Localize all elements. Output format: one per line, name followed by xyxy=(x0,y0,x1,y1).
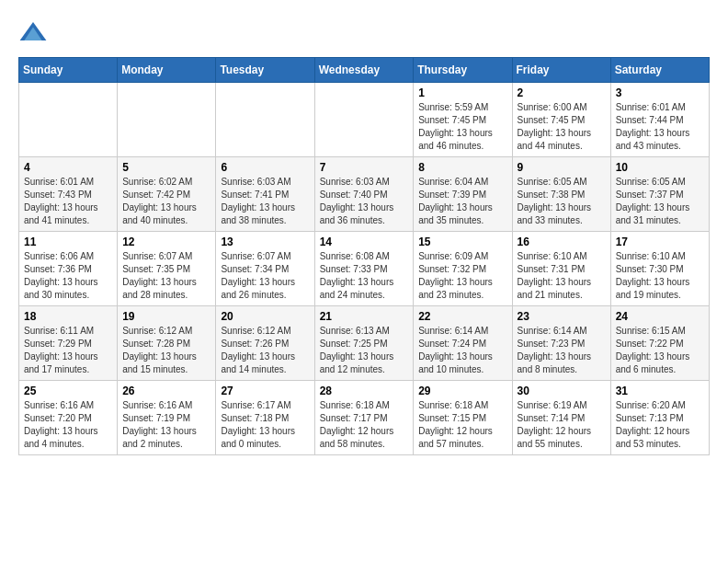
calendar-cell: 22Sunrise: 6:14 AMSunset: 7:24 PMDayligh… xyxy=(414,306,512,381)
calendar-cell: 29Sunrise: 6:18 AMSunset: 7:15 PMDayligh… xyxy=(414,381,512,455)
day-number: 17 xyxy=(616,236,704,248)
calendar-cell xyxy=(118,83,216,157)
day-info: Sunrise: 6:00 AMSunset: 7:45 PMDaylight:… xyxy=(518,102,592,151)
calendar-cell xyxy=(314,83,414,157)
calendar-week-row: 18Sunrise: 6:11 AMSunset: 7:29 PMDayligh… xyxy=(19,306,710,381)
day-info: Sunrise: 6:08 AMSunset: 7:33 PMDaylight:… xyxy=(320,251,394,300)
calendar-week-row: 25Sunrise: 6:16 AMSunset: 7:20 PMDayligh… xyxy=(19,381,710,455)
day-number: 23 xyxy=(518,310,606,323)
calendar-cell: 2Sunrise: 6:00 AMSunset: 7:45 PMDaylight… xyxy=(512,83,610,157)
day-info: Sunrise: 6:12 AMSunset: 7:28 PMDaylight:… xyxy=(122,326,197,374)
calendar-table: SundayMondayTuesdayWednesdayThursdayFrid… xyxy=(18,57,710,455)
calendar-cell: 16Sunrise: 6:10 AMSunset: 7:31 PMDayligh… xyxy=(512,232,610,306)
calendar-cell: 1Sunrise: 5:59 AMSunset: 7:45 PMDaylight… xyxy=(414,83,512,157)
day-info: Sunrise: 6:01 AMSunset: 7:43 PMDaylight:… xyxy=(24,177,98,225)
day-number: 25 xyxy=(24,385,112,397)
calendar-week-row: 1Sunrise: 5:59 AMSunset: 7:45 PMDaylight… xyxy=(19,83,710,157)
calendar-cell: 20Sunrise: 6:12 AMSunset: 7:26 PMDayligh… xyxy=(216,306,314,381)
calendar-cell: 17Sunrise: 6:10 AMSunset: 7:30 PMDayligh… xyxy=(610,232,709,306)
day-info: Sunrise: 6:16 AMSunset: 7:20 PMDaylight:… xyxy=(24,400,98,449)
day-info: Sunrise: 6:14 AMSunset: 7:23 PMDaylight:… xyxy=(518,326,592,374)
logo-icon xyxy=(18,18,48,48)
calendar-cell: 14Sunrise: 6:08 AMSunset: 7:33 PMDayligh… xyxy=(314,232,414,306)
day-info: Sunrise: 6:13 AMSunset: 7:25 PMDaylight:… xyxy=(320,326,394,374)
calendar-cell: 4Sunrise: 6:01 AMSunset: 7:43 PMDaylight… xyxy=(19,157,118,232)
day-info: Sunrise: 6:05 AMSunset: 7:38 PMDaylight:… xyxy=(518,177,592,225)
calendar-cell: 18Sunrise: 6:11 AMSunset: 7:29 PMDayligh… xyxy=(19,306,118,381)
calendar-cell: 6Sunrise: 6:03 AMSunset: 7:41 PMDaylight… xyxy=(216,157,314,232)
day-number: 15 xyxy=(418,236,506,248)
day-number: 28 xyxy=(320,385,409,397)
day-number: 24 xyxy=(616,310,704,323)
day-number: 10 xyxy=(616,161,704,174)
day-number: 1 xyxy=(418,86,506,99)
day-info: Sunrise: 6:09 AMSunset: 7:32 PMDaylight:… xyxy=(418,251,493,300)
day-number: 6 xyxy=(221,161,309,174)
day-number: 30 xyxy=(518,385,606,397)
day-header-saturday: Saturday xyxy=(610,58,709,83)
day-number: 18 xyxy=(24,310,112,323)
day-info: Sunrise: 6:17 AMSunset: 7:18 PMDaylight:… xyxy=(221,400,295,449)
day-header-tuesday: Tuesday xyxy=(216,58,314,83)
calendar-cell xyxy=(216,83,314,157)
day-header-friday: Friday xyxy=(512,58,610,83)
day-number: 5 xyxy=(122,161,210,174)
day-number: 9 xyxy=(518,161,606,174)
day-header-monday: Monday xyxy=(118,58,216,83)
day-number: 31 xyxy=(616,385,704,397)
day-number: 19 xyxy=(122,310,210,323)
calendar-cell: 3Sunrise: 6:01 AMSunset: 7:44 PMDaylight… xyxy=(610,83,709,157)
day-info: Sunrise: 6:16 AMSunset: 7:19 PMDaylight:… xyxy=(122,400,197,449)
day-number: 29 xyxy=(418,385,506,397)
day-number: 21 xyxy=(320,310,409,323)
calendar-cell: 28Sunrise: 6:18 AMSunset: 7:17 PMDayligh… xyxy=(314,381,414,455)
day-info: Sunrise: 6:18 AMSunset: 7:17 PMDaylight:… xyxy=(320,400,394,449)
day-info: Sunrise: 6:07 AMSunset: 7:35 PMDaylight:… xyxy=(122,251,197,300)
calendar-cell: 23Sunrise: 6:14 AMSunset: 7:23 PMDayligh… xyxy=(512,306,610,381)
calendar-cell: 25Sunrise: 6:16 AMSunset: 7:20 PMDayligh… xyxy=(19,381,118,455)
day-info: Sunrise: 6:03 AMSunset: 7:41 PMDaylight:… xyxy=(221,177,295,225)
day-header-wednesday: Wednesday xyxy=(314,58,414,83)
calendar-cell: 11Sunrise: 6:06 AMSunset: 7:36 PMDayligh… xyxy=(19,232,118,306)
calendar-week-row: 11Sunrise: 6:06 AMSunset: 7:36 PMDayligh… xyxy=(19,232,710,306)
day-number: 8 xyxy=(418,161,506,174)
day-info: Sunrise: 6:14 AMSunset: 7:24 PMDaylight:… xyxy=(418,326,493,374)
calendar-cell: 8Sunrise: 6:04 AMSunset: 7:39 PMDaylight… xyxy=(414,157,512,232)
page-header xyxy=(18,18,710,48)
day-number: 27 xyxy=(221,385,309,397)
day-info: Sunrise: 6:12 AMSunset: 7:26 PMDaylight:… xyxy=(221,326,295,374)
day-header-thursday: Thursday xyxy=(414,58,512,83)
day-number: 11 xyxy=(24,236,112,248)
calendar-cell: 31Sunrise: 6:20 AMSunset: 7:13 PMDayligh… xyxy=(610,381,709,455)
calendar-cell: 13Sunrise: 6:07 AMSunset: 7:34 PMDayligh… xyxy=(216,232,314,306)
calendar-cell: 19Sunrise: 6:12 AMSunset: 7:28 PMDayligh… xyxy=(118,306,216,381)
day-number: 3 xyxy=(616,86,704,99)
day-info: Sunrise: 6:04 AMSunset: 7:39 PMDaylight:… xyxy=(418,177,493,225)
day-number: 12 xyxy=(122,236,210,248)
day-info: Sunrise: 6:11 AMSunset: 7:29 PMDaylight:… xyxy=(24,326,98,374)
day-info: Sunrise: 6:02 AMSunset: 7:42 PMDaylight:… xyxy=(122,177,197,225)
day-number: 13 xyxy=(221,236,309,248)
calendar-cell: 24Sunrise: 6:15 AMSunset: 7:22 PMDayligh… xyxy=(610,306,709,381)
day-number: 7 xyxy=(320,161,409,174)
day-info: Sunrise: 6:01 AMSunset: 7:44 PMDaylight:… xyxy=(616,102,690,151)
calendar-week-row: 4Sunrise: 6:01 AMSunset: 7:43 PMDaylight… xyxy=(19,157,710,232)
day-number: 2 xyxy=(518,86,606,99)
calendar-cell: 26Sunrise: 6:16 AMSunset: 7:19 PMDayligh… xyxy=(118,381,216,455)
day-info: Sunrise: 6:10 AMSunset: 7:31 PMDaylight:… xyxy=(518,251,592,300)
day-number: 20 xyxy=(221,310,309,323)
day-info: Sunrise: 6:06 AMSunset: 7:36 PMDaylight:… xyxy=(24,251,98,300)
day-info: Sunrise: 6:03 AMSunset: 7:40 PMDaylight:… xyxy=(320,177,394,225)
calendar-cell: 10Sunrise: 6:05 AMSunset: 7:37 PMDayligh… xyxy=(610,157,709,232)
day-number: 14 xyxy=(320,236,409,248)
day-number: 22 xyxy=(418,310,506,323)
day-info: Sunrise: 6:19 AMSunset: 7:14 PMDaylight:… xyxy=(518,400,592,449)
day-info: Sunrise: 6:07 AMSunset: 7:34 PMDaylight:… xyxy=(221,251,295,300)
calendar-cell xyxy=(19,83,118,157)
day-header-sunday: Sunday xyxy=(19,58,118,83)
logo xyxy=(18,18,51,48)
day-info: Sunrise: 5:59 AMSunset: 7:45 PMDaylight:… xyxy=(418,102,493,151)
calendar-cell: 12Sunrise: 6:07 AMSunset: 7:35 PMDayligh… xyxy=(118,232,216,306)
day-info: Sunrise: 6:10 AMSunset: 7:30 PMDaylight:… xyxy=(616,251,690,300)
calendar-cell: 7Sunrise: 6:03 AMSunset: 7:40 PMDaylight… xyxy=(314,157,414,232)
